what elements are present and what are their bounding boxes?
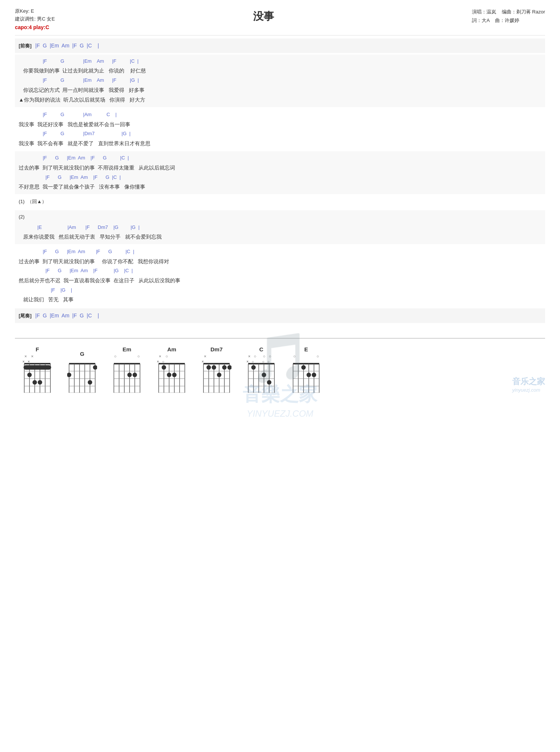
chord-row-4: |F G |Dm7 |G | xyxy=(19,129,541,139)
song-title: 没事 xyxy=(55,9,472,24)
svg-text:○: ○ xyxy=(162,360,164,364)
outro-label: [尾奏] xyxy=(19,313,32,318)
lyric-row-11: 就让我们 苦无 其事 xyxy=(19,295,541,305)
svg-point-90 xyxy=(267,380,271,385)
chord-name-G: G xyxy=(80,351,84,357)
section-6: |F G |Em Am |F G |C | 过去的事 到了明天就没我们的事 你说… xyxy=(15,245,545,307)
chord-diagram-F: F ×× xyxy=(22,346,52,393)
svg-rect-11 xyxy=(24,365,51,370)
svg-point-43 xyxy=(133,373,137,377)
original-key: 原Key: E xyxy=(15,7,55,15)
lyric-row-9: 过去的事 到了明天就没我们的事 你说了你不配 我想你说得对 xyxy=(19,257,541,267)
svg-point-28 xyxy=(67,373,71,377)
header-divider xyxy=(15,35,545,35)
svg-text:×: × xyxy=(157,360,159,364)
watermark-url: YINYUEZJ.COM xyxy=(243,408,317,419)
svg-point-55 xyxy=(162,365,166,370)
chord-row-9: |F G |Em Am |F |G |C | xyxy=(19,266,541,276)
lyric-row-8: 原来你说爱我 然后就无动于衷 早知分手 就不会爱到忘我 xyxy=(19,232,541,242)
chord-row-5: |F G |Em Am |F G |C | xyxy=(19,153,541,163)
svg-text:×: × xyxy=(22,360,25,364)
svg-point-74 xyxy=(227,365,231,370)
chord-row-3: |F G |Am C | xyxy=(19,110,541,119)
chord-svg-Am: × ○ xyxy=(157,359,187,393)
page: 🎵 音樂之家 YINYUEZJ.COM 原Key: E 建议调性: 男C 女E … xyxy=(0,0,560,752)
svg-text:×: × xyxy=(246,360,249,364)
svg-text:×: × xyxy=(28,360,30,364)
prelude-label: [前奏] xyxy=(19,43,32,49)
section-4: (1) （回▲） xyxy=(15,195,545,209)
performer: 演唱：温岚 编曲：剃刀蒋 Razor xyxy=(472,7,545,16)
svg-point-107 xyxy=(307,373,311,377)
chord-name-F: F xyxy=(35,346,39,352)
prelude-chords: |F G |Em Am |F G |C | xyxy=(35,43,99,49)
svg-point-29 xyxy=(93,365,97,370)
header-right: 演唱：温岚 编曲：剃刀蒋 Razor 詞：大A 曲：许媛婷 xyxy=(472,7,545,25)
capo: capo:4 play:C xyxy=(15,23,55,31)
lyric-row-3: ▲你为我好的说法 听几次以后就笑场 你演得 好大方 xyxy=(19,95,541,105)
lyric-row-6: 过去的事 到了明天就没我们的事 不用说得太隆重 从此以后就忘词 xyxy=(19,163,541,173)
chord-svg-F: × × xyxy=(22,359,52,393)
lyric-row-2: 你说忘记的方式 用一点时间就没事 我爱得 好多事 xyxy=(19,85,541,95)
chord-row-1: |F G |Em Am |F |C | xyxy=(19,57,541,66)
svg-point-89 xyxy=(262,373,266,377)
suggested-key: 建议调性: 男C 女E xyxy=(15,15,55,23)
svg-point-12 xyxy=(27,373,32,377)
svg-point-71 xyxy=(206,365,211,370)
svg-point-56 xyxy=(167,373,171,377)
note-1: (1) （回▲） xyxy=(19,197,541,206)
chord-row-2: |F G |Em Am |F |G | xyxy=(19,76,541,85)
section-2: |F G |Am C | 我没事 我还好没事 我也是被爱就不会当一回事 |F G… xyxy=(15,108,545,151)
lyric-row-1: 你要我做到的事 让过去到此就为止 你说的 好仁慈 xyxy=(19,66,541,76)
chord-diagram-Dm7: Dm7 × xyxy=(202,346,231,393)
chord-diagram-Em: Em ○○ xyxy=(112,346,142,393)
header: 原Key: E 建议调性: 男C 女E capo:4 play:C 没事 演唱：… xyxy=(15,7,545,31)
chord-svg-G xyxy=(67,359,97,393)
svg-point-14 xyxy=(38,380,42,385)
chord-name-C: C xyxy=(259,346,264,352)
prelude-section: [前奏] |F G |Em Am |F G |C | xyxy=(15,38,545,53)
note-2: (2) xyxy=(19,212,541,221)
lyric-row-7: 不好意思 我一爱了就会像个孩子 没有本事 像你懂事 xyxy=(19,182,541,192)
chord-diagram-E: E ○○ xyxy=(291,346,321,393)
chord-svg-Dm7: × xyxy=(202,359,231,393)
credits: 詞：大A 曲：许媛婷 xyxy=(472,16,545,25)
svg-point-73 xyxy=(222,365,227,370)
chord-row-7: |E |Am |F Dm7 |G |G | xyxy=(19,223,541,232)
chord-row-6: |F G |Em Am |F G |C | xyxy=(19,173,541,182)
svg-point-75 xyxy=(217,373,221,377)
chord-diagram-area: F ×× xyxy=(15,338,545,393)
chord-row-10: |F |G | xyxy=(19,286,541,295)
svg-point-30 xyxy=(88,380,92,385)
chord-name-Em: Em xyxy=(122,346,131,352)
chord-name-Dm7: Dm7 xyxy=(211,346,223,352)
svg-point-57 xyxy=(172,373,177,377)
chord-svg-E xyxy=(291,359,321,393)
section-1: |F G |Em Am |F |C | 你要我做到的事 让过去到此就为止 你说的… xyxy=(15,55,545,107)
chord-diagram-C: C ×○○○ × xyxy=(246,346,276,393)
lyric-row-4: 我没事 我还好没事 我也是被爱就不会当一回事 xyxy=(19,119,541,130)
chord-row-8: |F G |Em Am |F G |C | xyxy=(19,247,541,257)
svg-point-108 xyxy=(312,373,316,377)
svg-text:×: × xyxy=(202,360,204,364)
section-5: (2) |E |Am |F Dm7 |G |G | 原来你说爱我 然后就无动于衷… xyxy=(15,210,545,244)
svg-point-88 xyxy=(251,365,256,370)
svg-point-106 xyxy=(301,365,306,370)
lyric-row-5: 我没事 我不会有事 就是不爱了 直到世界末日才有意思 xyxy=(19,139,541,149)
bottom-watermark: 音乐之家 yinyuezj.com xyxy=(512,376,545,393)
outro-chords: |F G |Em Am |F G |C | xyxy=(35,313,99,318)
chord-name-E: E xyxy=(304,346,308,352)
chord-diagram-Am: Am ×○ × ○ xyxy=(157,346,187,393)
header-center: 没事 xyxy=(55,7,472,24)
svg-point-42 xyxy=(127,373,132,377)
svg-point-13 xyxy=(32,380,37,385)
outro-section: [尾奏] |F G |Em Am |F G |C | xyxy=(15,308,545,323)
chord-svg-Em xyxy=(112,359,142,393)
chord-diagram-G: G xyxy=(67,351,97,393)
svg-text:○: ○ xyxy=(252,360,254,364)
lyric-row-10: 然后就分开也不迟 我一直说着我会没事 在这日子 从此以后没我的事 xyxy=(19,276,541,286)
header-left: 原Key: E 建议调性: 男C 女E capo:4 play:C xyxy=(15,7,55,31)
svg-text:○: ○ xyxy=(267,360,270,364)
svg-text:○: ○ xyxy=(262,360,264,364)
chord-name-Am: Am xyxy=(167,346,176,352)
